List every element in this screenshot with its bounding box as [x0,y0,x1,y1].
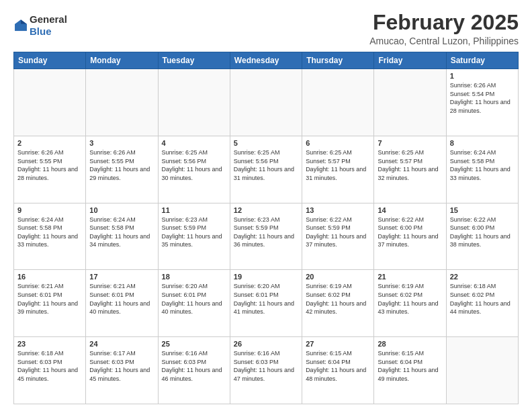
day-number: 7 [378,139,442,147]
day-number: 23 [17,340,82,348]
weekday-header-thursday: Thursday [302,52,374,69]
day-number: 5 [234,139,298,147]
day-info: Sunrise: 6:24 AM Sunset: 5:58 PM Dayligh… [17,216,82,249]
day-number: 1 [450,72,515,80]
day-info: Sunrise: 6:20 AM Sunset: 6:01 PM Dayligh… [234,282,298,316]
calendar-cell [374,69,446,136]
day-info: Sunrise: 6:25 AM Sunset: 5:56 PM Dayligh… [162,148,226,182]
calendar-cell: 25Sunrise: 6:16 AM Sunset: 6:03 PM Dayli… [158,337,230,404]
day-number: 3 [89,139,154,147]
calendar-cell: 9Sunrise: 6:24 AM Sunset: 5:58 PM Daylig… [14,203,86,270]
calendar-header: SundayMondayTuesdayWednesdayThursdayFrid… [14,52,519,69]
day-info: Sunrise: 6:25 AM Sunset: 5:56 PM Dayligh… [234,148,298,182]
day-info: Sunrise: 6:17 AM Sunset: 6:03 PM Dayligh… [89,349,154,383]
day-info: Sunrise: 6:21 AM Sunset: 6:01 PM Dayligh… [17,282,82,316]
calendar-cell: 10Sunrise: 6:24 AM Sunset: 5:58 PM Dayli… [86,203,158,270]
day-info: Sunrise: 6:18 AM Sunset: 6:02 PM Dayligh… [450,282,515,316]
calendar-cell [158,69,230,136]
day-number: 12 [234,206,298,214]
day-info: Sunrise: 6:24 AM Sunset: 5:58 PM Dayligh… [89,216,154,249]
day-info: Sunrise: 6:25 AM Sunset: 5:57 PM Dayligh… [306,148,370,182]
logo-text: General Blue [30,13,67,38]
day-number: 17 [89,273,154,281]
calendar-cell [302,69,374,136]
day-info: Sunrise: 6:22 AM Sunset: 6:00 PM Dayligh… [378,216,442,249]
header: General Blue February 2025 Amucao, Centr… [13,11,519,46]
calendar-cell: 14Sunrise: 6:22 AM Sunset: 6:00 PM Dayli… [374,203,446,270]
page: General Blue February 2025 Amucao, Centr… [0,0,532,411]
weekday-header-monday: Monday [86,52,158,69]
title-block: February 2025 Amucao, Central Luzon, Phi… [369,11,519,46]
calendar-cell [446,337,518,404]
calendar-cell: 3Sunrise: 6:26 AM Sunset: 5:55 PM Daylig… [86,136,158,203]
calendar-cell [230,69,302,136]
day-number: 20 [306,273,370,281]
calendar-cell: 18Sunrise: 6:20 AM Sunset: 6:01 PM Dayli… [158,270,230,337]
day-info: Sunrise: 6:24 AM Sunset: 5:58 PM Dayligh… [450,148,515,182]
weekday-header-saturday: Saturday [446,52,518,69]
calendar-cell: 19Sunrise: 6:20 AM Sunset: 6:01 PM Dayli… [230,270,302,337]
calendar-week-4: 16Sunrise: 6:21 AM Sunset: 6:01 PM Dayli… [14,270,519,337]
day-number: 11 [162,206,226,214]
weekday-header-tuesday: Tuesday [158,52,230,69]
day-number: 26 [234,340,298,348]
day-number: 19 [234,273,298,281]
day-info: Sunrise: 6:26 AM Sunset: 5:55 PM Dayligh… [17,148,82,182]
day-info: Sunrise: 6:23 AM Sunset: 5:59 PM Dayligh… [162,216,226,249]
calendar-cell [14,69,86,136]
calendar-cell: 27Sunrise: 6:15 AM Sunset: 6:04 PM Dayli… [302,337,374,404]
location: Amucao, Central Luzon, Philippines [369,36,519,46]
calendar-cell: 11Sunrise: 6:23 AM Sunset: 5:59 PM Dayli… [158,203,230,270]
day-number: 28 [378,340,442,348]
calendar-cell: 6Sunrise: 6:25 AM Sunset: 5:57 PM Daylig… [302,136,374,203]
calendar-week-1: 1Sunrise: 6:26 AM Sunset: 5:54 PM Daylig… [14,69,519,136]
day-number: 6 [306,139,370,147]
day-number: 13 [306,206,370,214]
day-number: 9 [17,206,82,214]
day-info: Sunrise: 6:15 AM Sunset: 6:04 PM Dayligh… [378,349,442,383]
calendar-cell: 21Sunrise: 6:19 AM Sunset: 6:02 PM Dayli… [374,270,446,337]
day-number: 27 [306,340,370,348]
day-number: 25 [162,340,226,348]
day-info: Sunrise: 6:23 AM Sunset: 5:59 PM Dayligh… [234,216,298,249]
weekday-row: SundayMondayTuesdayWednesdayThursdayFrid… [14,52,519,69]
calendar-cell: 5Sunrise: 6:25 AM Sunset: 5:56 PM Daylig… [230,136,302,203]
day-info: Sunrise: 6:19 AM Sunset: 6:02 PM Dayligh… [306,282,370,316]
calendar-body: 1Sunrise: 6:26 AM Sunset: 5:54 PM Daylig… [14,69,519,404]
day-info: Sunrise: 6:18 AM Sunset: 6:03 PM Dayligh… [17,349,82,383]
day-info: Sunrise: 6:21 AM Sunset: 6:01 PM Dayligh… [89,282,154,316]
day-info: Sunrise: 6:16 AM Sunset: 6:03 PM Dayligh… [234,349,298,383]
svg-rect-2 [15,24,27,31]
calendar-cell: 17Sunrise: 6:21 AM Sunset: 6:01 PM Dayli… [86,270,158,337]
calendar-week-3: 9Sunrise: 6:24 AM Sunset: 5:58 PM Daylig… [14,203,519,270]
weekday-header-friday: Friday [374,52,446,69]
calendar-cell: 15Sunrise: 6:22 AM Sunset: 6:00 PM Dayli… [446,203,518,270]
calendar-cell: 26Sunrise: 6:16 AM Sunset: 6:03 PM Dayli… [230,337,302,404]
calendar-cell: 2Sunrise: 6:26 AM Sunset: 5:55 PM Daylig… [14,136,86,203]
day-info: Sunrise: 6:15 AM Sunset: 6:04 PM Dayligh… [306,349,370,383]
calendar-cell: 4Sunrise: 6:25 AM Sunset: 5:56 PM Daylig… [158,136,230,203]
day-number: 2 [17,139,82,147]
calendar-cell: 23Sunrise: 6:18 AM Sunset: 6:03 PM Dayli… [14,337,86,404]
day-number: 4 [162,139,226,147]
day-number: 18 [162,273,226,281]
day-info: Sunrise: 6:20 AM Sunset: 6:01 PM Dayligh… [162,282,226,316]
weekday-header-sunday: Sunday [14,52,86,69]
svg-marker-1 [21,19,27,24]
calendar-cell [86,69,158,136]
day-info: Sunrise: 6:16 AM Sunset: 6:03 PM Dayligh… [162,349,226,383]
calendar-week-5: 23Sunrise: 6:18 AM Sunset: 6:03 PM Dayli… [14,337,519,404]
day-info: Sunrise: 6:22 AM Sunset: 5:59 PM Dayligh… [306,216,370,249]
logo: General Blue [13,13,67,38]
calendar-cell: 8Sunrise: 6:24 AM Sunset: 5:58 PM Daylig… [446,136,518,203]
day-number: 10 [89,206,154,214]
day-number: 24 [89,340,154,348]
calendar-cell: 13Sunrise: 6:22 AM Sunset: 5:59 PM Dayli… [302,203,374,270]
calendar-cell: 28Sunrise: 6:15 AM Sunset: 6:04 PM Dayli… [374,337,446,404]
calendar-week-2: 2Sunrise: 6:26 AM Sunset: 5:55 PM Daylig… [14,136,519,203]
calendar-cell: 7Sunrise: 6:25 AM Sunset: 5:57 PM Daylig… [374,136,446,203]
day-info: Sunrise: 6:26 AM Sunset: 5:55 PM Dayligh… [89,148,154,182]
day-number: 16 [17,273,82,281]
calendar-cell: 16Sunrise: 6:21 AM Sunset: 6:01 PM Dayli… [14,270,86,337]
weekday-header-wednesday: Wednesday [230,52,302,69]
